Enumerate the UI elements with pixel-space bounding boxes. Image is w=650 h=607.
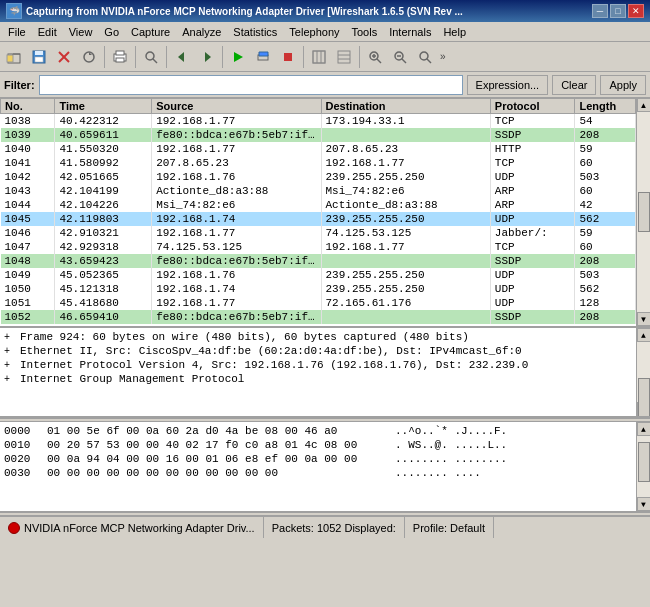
menu-analyze[interactable]: Analyze: [176, 25, 227, 39]
toolbar-more[interactable]: »: [438, 51, 448, 62]
scroll-track[interactable]: [637, 112, 651, 312]
detail-row[interactable]: +Internet Protocol Version 4, Src: 192.1…: [4, 358, 632, 372]
col-length: Length: [575, 99, 636, 114]
toolbar-separator-2: [135, 46, 136, 68]
hex-scroll-track[interactable]: [637, 436, 651, 497]
clear-button[interactable]: Clear: [552, 75, 596, 95]
table-row[interactable]: 104342.104199Actionte_d8:a3:88Msi_74:82:…: [1, 184, 636, 198]
find-button[interactable]: [139, 45, 163, 69]
menu-telephony[interactable]: Telephony: [283, 25, 345, 39]
menu-view[interactable]: View: [63, 25, 99, 39]
status-bar: NVIDIA nForce MCP Networking Adapter Dri…: [0, 516, 650, 538]
menu-help[interactable]: Help: [437, 25, 472, 39]
menu-tools[interactable]: Tools: [346, 25, 384, 39]
toolbar-separator-4: [222, 46, 223, 68]
hex-scroll-down[interactable]: ▼: [637, 497, 651, 511]
filter-label: Filter:: [4, 79, 35, 91]
save-button[interactable]: [27, 45, 51, 69]
toolbar-separator-1: [104, 46, 105, 68]
display-filter2-button[interactable]: [332, 45, 356, 69]
filter-input[interactable]: [39, 75, 463, 95]
table-row[interactable]: 104642.910321192.168.1.7774.125.53.125Ja…: [1, 226, 636, 240]
hex-offset: 0020: [4, 453, 39, 465]
table-row[interactable]: 104742.92931874.125.53.125192.168.1.77TC…: [1, 240, 636, 254]
table-row[interactable]: 104041.550320192.168.1.77207.8.65.23HTTP…: [1, 142, 636, 156]
expand-icon[interactable]: +: [4, 346, 16, 357]
capture-options-button[interactable]: [251, 45, 275, 69]
hex-scroll-up[interactable]: ▲: [637, 422, 651, 436]
open-button[interactable]: [2, 45, 26, 69]
table-row[interactable]: 104242.051665192.168.1.76239.255.255.250…: [1, 170, 636, 184]
menu-statistics[interactable]: Statistics: [227, 25, 283, 39]
toolbar: »: [0, 42, 650, 72]
detail-scroll-up[interactable]: ▲: [637, 328, 651, 342]
app-icon: 🦈: [6, 3, 22, 19]
menu-file[interactable]: File: [2, 25, 32, 39]
table-row[interactable]: 104542.119803192.168.1.74239.255.255.250…: [1, 212, 636, 226]
hex-bytes: 00 0a 94 04 00 00 16 00 01 06 e8 ef 00 0…: [47, 453, 387, 465]
svg-rect-19: [313, 51, 325, 63]
table-row[interactable]: 103940.659611fe80::bdca:e67b:5eb7:iff02:…: [1, 128, 636, 142]
menu-go[interactable]: Go: [98, 25, 125, 39]
zoom-out-button[interactable]: [388, 45, 412, 69]
menu-internals[interactable]: Internals: [383, 25, 437, 39]
table-row[interactable]: 105246.659410fe80::bdca:e67b:5eb7:iff02:…: [1, 310, 636, 324]
toolbar-separator-6: [359, 46, 360, 68]
table-row[interactable]: 104843.659423fe80::bdca:e67b:5eb7:iff02:…: [1, 254, 636, 268]
hex-row: 002000 0a 94 04 00 00 16 00 01 06 e8 ef …: [4, 452, 632, 466]
svg-rect-18: [284, 53, 292, 61]
table-row[interactable]: 104442.104226Msi_74:82:e6Actionte_d8:a3:…: [1, 198, 636, 212]
print-button[interactable]: [108, 45, 132, 69]
table-row[interactable]: 105045.121318192.168.1.74239.255.255.250…: [1, 282, 636, 296]
hex-row: 003000 00 00 00 00 00 00 00 00 00 00 00.…: [4, 466, 632, 480]
svg-rect-1: [7, 55, 13, 62]
detail-scroll-track[interactable]: [637, 342, 651, 402]
close-button[interactable]: ✕: [628, 4, 644, 18]
detail-row[interactable]: +Frame 924: 60 bytes on wire (480 bits),…: [4, 330, 632, 344]
scroll-thumb[interactable]: [638, 192, 650, 232]
svg-point-11: [146, 52, 154, 60]
expression-button[interactable]: Expression...: [467, 75, 549, 95]
maximize-button[interactable]: □: [610, 4, 626, 18]
table-row[interactable]: 104945.052365192.168.1.76239.255.255.250…: [1, 268, 636, 282]
packet-list-scrollbar[interactable]: ▲ ▼: [636, 98, 650, 326]
table-row[interactable]: 105145.418680192.168.1.7772.165.61.176UD…: [1, 296, 636, 310]
go-back-button[interactable]: [170, 45, 194, 69]
detail-area: +Frame 924: 60 bytes on wire (480 bits),…: [0, 328, 650, 418]
expand-icon[interactable]: +: [4, 360, 16, 371]
reload-button[interactable]: [77, 45, 101, 69]
start-capture-button[interactable]: [226, 45, 250, 69]
menu-capture[interactable]: Capture: [125, 25, 176, 39]
window-controls[interactable]: ─ □ ✕: [592, 4, 644, 18]
hex-scrollbar[interactable]: ▲ ▼: [636, 422, 650, 511]
stop-capture-button[interactable]: [276, 45, 300, 69]
zoom-normal-button[interactable]: [413, 45, 437, 69]
go-forward-button[interactable]: [195, 45, 219, 69]
hex-bytes: 01 00 5e 6f 00 0a 60 2a d0 4a be 08 00 4…: [47, 425, 387, 437]
packet-table-header: No. Time Source Destination Protocol Len…: [1, 99, 636, 114]
expand-icon[interactable]: +: [4, 374, 16, 385]
close-capture-button[interactable]: [52, 45, 76, 69]
col-time: Time: [55, 99, 152, 114]
packet-list-container: No. Time Source Destination Protocol Len…: [0, 98, 650, 328]
hex-scroll-thumb[interactable]: [638, 442, 650, 482]
svg-line-27: [377, 59, 381, 63]
detail-row[interactable]: +Ethernet II, Src: CiscoSpv_4a:df:be (60…: [4, 344, 632, 358]
zoom-in-button[interactable]: [363, 45, 387, 69]
scroll-down-arrow[interactable]: ▼: [637, 312, 651, 326]
title-bar: 🦈 Capturing from NVIDIA nForce MCP Netwo…: [0, 0, 650, 22]
detail-scrollbar[interactable]: ▲ ▼: [636, 328, 650, 416]
scroll-up-arrow[interactable]: ▲: [637, 98, 651, 112]
display-filter-button[interactable]: [307, 45, 331, 69]
detail-row[interactable]: +Internet Group Management Protocol: [4, 372, 632, 386]
table-row[interactable]: 104141.580992207.8.65.23192.168.1.77TCP6…: [1, 156, 636, 170]
menu-edit[interactable]: Edit: [32, 25, 63, 39]
apply-button[interactable]: Apply: [600, 75, 646, 95]
svg-rect-10: [116, 58, 124, 62]
hex-bytes: 00 20 57 53 00 00 40 02 17 f0 c0 a8 01 4…: [47, 439, 387, 451]
minimize-button[interactable]: ─: [592, 4, 608, 18]
table-row[interactable]: 103840.422312192.168.1.77173.194.33.1TCP…: [1, 114, 636, 129]
svg-rect-4: [35, 57, 43, 62]
detail-scroll-thumb[interactable]: [638, 378, 650, 418]
expand-icon[interactable]: +: [4, 332, 16, 343]
